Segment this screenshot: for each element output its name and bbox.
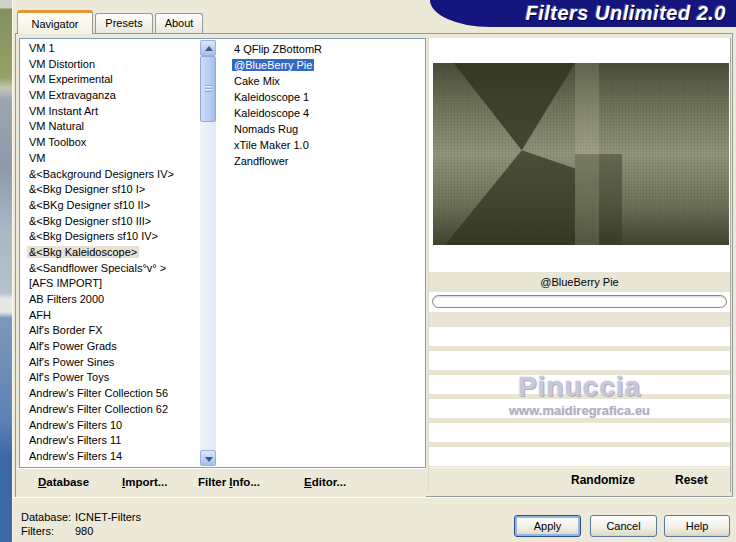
category-list: VM 1 VM Distortion VM Experimental VM Ex… [21, 41, 199, 466]
apply-button[interactable]: Apply [514, 515, 581, 537]
lists-container: VM 1 VM Distortion VM Experimental VM Ex… [19, 38, 426, 468]
category-list-item[interactable]: VM Toolbox [21, 135, 199, 151]
category-list-item[interactable]: &<Sandflower Specials°v° > [21, 261, 199, 277]
reset-button[interactable]: Reset [675, 473, 708, 487]
category-list-item[interactable]: Andrew's Filter Collection 56 [21, 386, 199, 402]
filters-count-label: Filters: [21, 525, 54, 537]
filter-list-item[interactable]: @BlueBerry Pie [222, 57, 422, 73]
watermark-title: Pinuccia [429, 371, 730, 403]
category-list-item[interactable]: &<Bkg Designers sf10 IV> [21, 229, 199, 245]
title-banner: Filters Unlimited 2.0 [430, 0, 736, 27]
panel-actions-bar: Randomize Reset [429, 467, 730, 493]
category-list-item[interactable]: &<Bkg Designer sf10 III> [21, 214, 199, 230]
tab-presets[interactable]: Presets [95, 13, 153, 34]
control-band [429, 312, 730, 327]
control-rows-area: Pinuccia www.maidiregrafica.eu [429, 327, 730, 467]
filter-list-item[interactable]: Zandflower [222, 153, 422, 169]
desktop-background-sliver [0, 0, 12, 542]
dialog-footer: Database: ICNET-Filters Filters: 980 App… [13, 497, 736, 542]
category-list-item[interactable]: Andrew's Filter Collection 62 [21, 402, 199, 418]
category-list-item[interactable]: &<Bkg Kaleidoscope> [21, 245, 199, 261]
category-list-item[interactable]: Alf's Power Sines [21, 355, 199, 371]
filter-list-item[interactable]: Kaleidoscope 4 [222, 105, 422, 121]
arrow-down-icon [205, 457, 213, 462]
watermark-url: www.maidiregrafica.eu [429, 403, 730, 418]
preview-panel: @BlueBerry Pie Pinuccia www.maidiregrafi… [428, 38, 731, 492]
category-list-item[interactable]: AFH [21, 308, 199, 324]
filter-list-item[interactable]: Cake Mix [222, 73, 422, 89]
category-list-item[interactable]: Andrew's Filters 10 [21, 418, 199, 434]
database-status-label: Database: [21, 511, 71, 523]
category-list-item[interactable]: VM 1 [21, 41, 199, 57]
filters-count-value: 980 [75, 525, 93, 537]
category-list-item[interactable]: VM Natural [21, 119, 199, 135]
filter-control-slider[interactable] [432, 295, 727, 308]
filters-unlimited-window: Filters Unlimited 2.0 Navigator Presets … [0, 0, 736, 542]
category-list-item[interactable]: &<BKg Designer sf10 II> [21, 198, 199, 214]
filter-list-item[interactable]: Nomads Rug [222, 121, 422, 137]
scrollbar-thumb[interactable] [200, 56, 216, 122]
category-list-item[interactable]: Andrew's Filters 11 [21, 433, 199, 449]
menu-item[interactable]: Filter Info... [198, 476, 260, 488]
category-list-item[interactable]: Andrew's Filters 14 [21, 449, 199, 465]
menu-item[interactable]: Import... [122, 476, 167, 488]
filter-list-item[interactable]: Kaleidoscope 1 [222, 89, 422, 105]
category-scrollbar[interactable] [200, 40, 216, 466]
navigator-tab-page: VM 1 VM Distortion VM Experimental VM Ex… [15, 33, 733, 497]
category-list-item[interactable]: VM Experimental [21, 72, 199, 88]
category-list-item[interactable]: Alf's Power Toys [21, 370, 199, 386]
category-list-item[interactable]: [AFS IMPORT] [21, 276, 199, 292]
cancel-button[interactable]: Cancel [590, 515, 657, 537]
category-list-item[interactable]: VM Extravaganza [21, 88, 199, 104]
category-list-item[interactable]: AB Filters 2000 [21, 292, 199, 308]
app-title: Filters Unlimited 2.0 [525, 2, 726, 25]
database-status-value: ICNET-Filters [75, 511, 141, 523]
menu-item[interactable]: Database [38, 476, 89, 488]
dialog-body: Filters Unlimited 2.0 Navigator Presets … [12, 0, 736, 542]
category-list-item[interactable]: &<Bkg Designer sf10 I> [21, 182, 199, 198]
category-list-item[interactable]: Alf's Border FX [21, 323, 199, 339]
menu-item[interactable]: Editor... [304, 476, 346, 488]
category-list-item[interactable]: Alf's Power Grads [21, 339, 199, 355]
filter-list: 4 QFlip ZBottomR @BlueBerry Pie Cake Mix… [222, 41, 422, 466]
category-list-item[interactable]: VM Distortion [21, 57, 199, 73]
scroll-up-button[interactable] [200, 40, 216, 56]
filter-list-item[interactable]: xTile Maker 1.0 [222, 137, 422, 153]
randomize-button[interactable]: Randomize [571, 473, 635, 487]
category-list-item[interactable]: VM Instant Art [21, 104, 199, 120]
preview-image[interactable] [433, 63, 729, 245]
tab-navigator[interactable]: Navigator [17, 10, 93, 34]
arrow-up-icon [205, 46, 213, 51]
category-list-item[interactable]: VM [21, 151, 199, 167]
scroll-down-button[interactable] [200, 450, 216, 466]
category-list-item[interactable]: &<Background Designers IV> [21, 167, 199, 183]
selected-filter-label: @BlueBerry Pie [429, 272, 730, 292]
tab-about[interactable]: About [155, 13, 203, 34]
help-button[interactable]: Help [664, 515, 730, 537]
bottom-menu-bar: Database Import... Filter Info... Editor… [16, 468, 426, 497]
preview-shape-band [575, 63, 599, 245]
filter-list-item[interactable]: 4 QFlip ZBottomR [222, 41, 422, 57]
